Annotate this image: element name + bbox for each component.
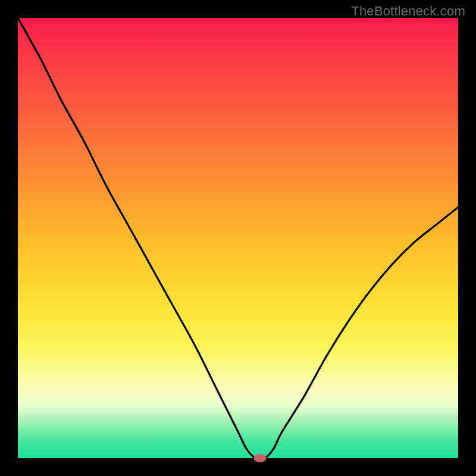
chart-frame: TheBottleneck.com xyxy=(0,0,476,476)
curve-path xyxy=(18,18,458,458)
bottleneck-curve xyxy=(18,18,458,458)
watermark-label: TheBottleneck.com xyxy=(351,4,465,19)
plot-area xyxy=(18,18,458,458)
optimum-marker xyxy=(254,454,267,462)
